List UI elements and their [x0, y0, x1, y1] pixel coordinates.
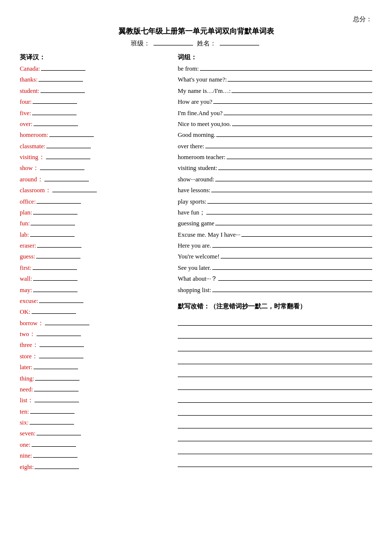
- error-correction-title: 默写改错：（注意错词抄一默二，时常翻看）: [178, 302, 372, 311]
- word-blank-line: [52, 185, 97, 192]
- phrase-label: homeroom teacher:: [178, 153, 226, 162]
- word-item: OK:: [20, 307, 168, 317]
- phrase-item: homeroom teacher:: [178, 152, 372, 162]
- phrase-item: guessing game: [178, 218, 372, 228]
- correction-line: [178, 379, 372, 390]
- word-blank-line: [40, 86, 85, 93]
- word-item: store：: [20, 351, 168, 361]
- correction-line: [178, 353, 372, 364]
- word-label: ten:: [20, 407, 29, 417]
- word-blank-line: [39, 351, 83, 358]
- word-blank-line: [34, 362, 78, 369]
- word-item: six:: [20, 418, 168, 427]
- phrase-item: Good morning.: [178, 130, 372, 140]
- word-blank-line: [32, 108, 77, 115]
- phrase-item: have fun；: [178, 208, 372, 217]
- page-title: 翼教版七年级上册第一单元单词双向背默单词表: [20, 27, 372, 36]
- word-label: classroom：: [20, 186, 51, 195]
- phrase-label: I'm fine.And you?: [178, 109, 223, 118]
- word-item: homeroom:: [20, 130, 168, 140]
- phrase-item: be from:: [178, 64, 372, 74]
- phrase-blank-line: [215, 218, 372, 225]
- word-item: Canada:: [20, 64, 168, 74]
- word-item: first:: [20, 263, 168, 273]
- word-blank-line: [33, 451, 78, 458]
- phrase-blank-line: [207, 197, 372, 204]
- phrase-blank-line: [213, 97, 372, 104]
- word-label: thanks:: [20, 75, 38, 85]
- word-label: one:: [20, 440, 31, 450]
- word-blank-line: [31, 218, 75, 225]
- class-name-row: 班级： 姓名：: [20, 39, 372, 48]
- correction-line: [178, 366, 372, 377]
- word-blank-line: [40, 163, 84, 170]
- word-label: need:: [20, 385, 33, 394]
- name-input-line: [220, 45, 259, 45]
- correction-line: [178, 430, 372, 441]
- word-label: thing:: [20, 374, 34, 384]
- phrase-item: I'm fine.And you?: [178, 108, 372, 118]
- phrases-list: be from:What's your name?:My name is…/I'…: [178, 64, 372, 295]
- phrase-blank-line: [205, 141, 372, 148]
- word-blank-line: [45, 318, 89, 325]
- word-blank-line: [33, 97, 77, 104]
- phrase-label: Good morning.: [178, 130, 215, 140]
- word-blank-line: [44, 174, 89, 181]
- phrase-label: guessing game: [178, 219, 214, 228]
- phrase-blank-line: [206, 208, 372, 214]
- word-item: seven:: [20, 428, 168, 438]
- word-label: fun:: [20, 219, 30, 228]
- left-section-title: 英译汉：: [20, 53, 168, 62]
- correction-line: [178, 328, 372, 339]
- phrase-blank-line: [211, 185, 372, 192]
- phrase-item: My name is…/I'm…:: [178, 86, 372, 96]
- correction-line: [178, 405, 372, 416]
- word-label: student:: [20, 86, 39, 96]
- phrase-blank-line: [212, 241, 372, 248]
- word-item: visiting：: [20, 152, 168, 162]
- word-blank-line: [34, 119, 78, 126]
- word-blank-line: [39, 296, 83, 303]
- phrase-label: Excuse me. May I have···: [178, 230, 240, 240]
- word-label: classmate:: [20, 142, 45, 151]
- phrase-item: Excuse me. May I have···: [178, 230, 372, 240]
- phrase-label: over there:: [178, 142, 204, 151]
- word-item: fun:: [20, 218, 168, 228]
- word-blank-line: [30, 418, 74, 425]
- word-label: Canada:: [20, 64, 40, 74]
- word-item: classroom：: [20, 185, 168, 195]
- word-blank-line: [39, 75, 83, 82]
- word-item: plan:: [20, 208, 168, 217]
- word-label: first:: [20, 263, 32, 273]
- word-blank-line: [49, 130, 94, 137]
- phrase-label: Nice to meet you,too.: [178, 120, 231, 129]
- phrase-item: See you later.: [178, 263, 372, 273]
- word-item: eight:: [20, 462, 168, 472]
- word-item: student:: [20, 86, 168, 96]
- word-blank-line: [33, 274, 78, 281]
- correction-lines: [178, 315, 372, 467]
- word-item: classmate:: [20, 141, 168, 151]
- phrase-item: What about···？: [178, 274, 372, 284]
- word-item: four:: [20, 97, 168, 107]
- word-label: excuse:: [20, 297, 38, 306]
- words-list: Canada:thanks:student:four:five:over:hom…: [20, 64, 168, 472]
- phrase-blank-line: [218, 274, 372, 281]
- phrase-item: Nice to meet you,too.: [178, 119, 372, 129]
- correction-line: [178, 392, 372, 403]
- phrase-item: shopping list:: [178, 285, 372, 295]
- phrase-item: You're welcome!: [178, 252, 372, 261]
- correction-line: [178, 341, 372, 351]
- word-blank-line: [35, 374, 79, 381]
- word-blank-line: [32, 440, 76, 447]
- phrase-blank-line: [218, 163, 372, 170]
- word-label: eight:: [20, 463, 34, 472]
- word-label: show：: [20, 164, 39, 173]
- phrase-label: shopping list:: [178, 286, 211, 295]
- word-label: later:: [20, 363, 33, 372]
- correction-line: [178, 418, 372, 428]
- word-label: guess:: [20, 252, 35, 261]
- right-column: 词组： be from:What's your name?:My name is…: [173, 53, 372, 473]
- word-item: over:: [20, 119, 168, 129]
- correction-line: [178, 456, 372, 467]
